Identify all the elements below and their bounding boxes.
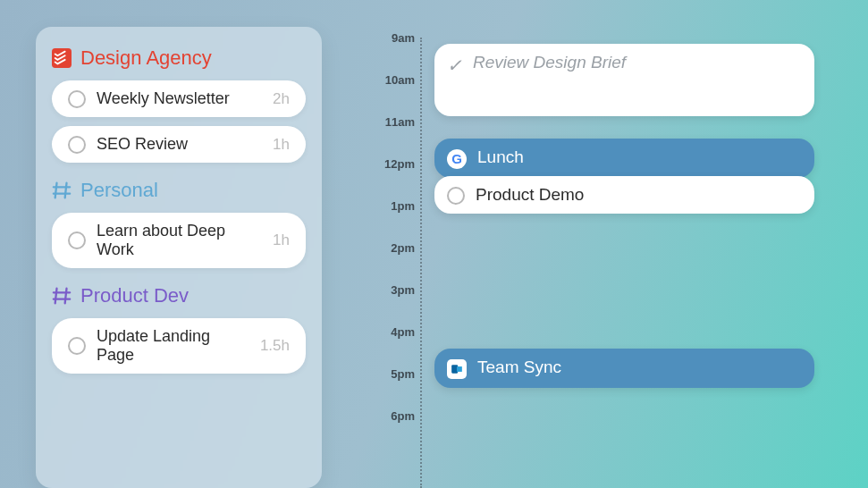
event-title: Product Demo	[476, 185, 584, 205]
task-duration: 1h	[273, 231, 290, 249]
section-title: Personal	[80, 179, 158, 202]
outlook-icon	[447, 359, 467, 379]
section-header[interactable]: Personal	[52, 179, 306, 202]
checkbox-icon[interactable]	[68, 136, 86, 154]
timeline-axis	[420, 38, 422, 488]
task-label: Weekly Newsletter	[97, 89, 262, 108]
hash-icon	[52, 286, 72, 306]
hour-label: 12pm	[375, 157, 415, 171]
hour-label: 3pm	[375, 283, 415, 297]
hour-label: 10am	[375, 73, 415, 87]
checkbox-icon[interactable]	[68, 337, 86, 355]
hour-label: 11am	[375, 115, 415, 129]
task-duration: 1h	[273, 136, 290, 154]
checkbox-icon[interactable]	[68, 90, 86, 108]
calendar-event[interactable]: Team Sync	[434, 349, 814, 388]
calendar-event[interactable]: ✓Review Design Brief	[434, 44, 814, 116]
section-personal: Personal Learn about Deep Work 1h	[52, 179, 306, 268]
todoist-icon	[52, 48, 72, 68]
event-title: Lunch	[477, 147, 524, 167]
task-label: Learn about Deep Work	[97, 222, 262, 259]
checkbox-icon[interactable]	[447, 187, 465, 205]
section-header[interactable]: Design Agency	[52, 46, 306, 70]
task-item[interactable]: Update Landing Page 1.5h	[52, 318, 306, 374]
hour-label: 5pm	[375, 367, 415, 381]
check-icon: ✓	[447, 55, 462, 76]
section-design-agency: Design Agency Weekly Newsletter 2h SEO R…	[52, 46, 306, 163]
calendar-event[interactable]: Product Demo	[434, 176, 814, 214]
task-item[interactable]: Learn about Deep Work 1h	[52, 213, 306, 268]
event-title: Team Sync	[477, 358, 561, 377]
tasks-panel: Design Agency Weekly Newsletter 2h SEO R…	[36, 27, 322, 488]
section-header[interactable]: Product Dev	[52, 284, 306, 307]
section-title: Product Dev	[80, 284, 189, 307]
calendar-event[interactable]: GLunch	[434, 139, 814, 178]
section-product-dev: Product Dev Update Landing Page 1.5h	[52, 284, 306, 374]
svg-rect-2	[457, 366, 462, 372]
section-title: Design Agency	[80, 46, 212, 70]
checkbox-icon[interactable]	[68, 231, 86, 249]
hash-icon	[52, 181, 72, 200]
event-title: Review Design Brief	[473, 53, 626, 72]
task-duration: 1.5h	[260, 337, 290, 355]
task-label: SEO Review	[97, 135, 262, 154]
task-label: Update Landing Page	[97, 327, 249, 365]
google-icon: G	[447, 149, 467, 169]
hour-label: 1pm	[375, 199, 415, 213]
timeline: 9am10am11am12pm1pm2pm3pm4pm5pm6pm ✓Revie…	[375, 27, 841, 488]
hour-label: 9am	[375, 31, 415, 45]
hour-label: 4pm	[375, 325, 415, 339]
task-item[interactable]: SEO Review 1h	[52, 126, 306, 163]
hour-label: 6pm	[375, 409, 415, 423]
hour-label: 2pm	[375, 241, 415, 255]
task-duration: 2h	[273, 90, 290, 108]
task-item[interactable]: Weekly Newsletter 2h	[52, 80, 306, 117]
